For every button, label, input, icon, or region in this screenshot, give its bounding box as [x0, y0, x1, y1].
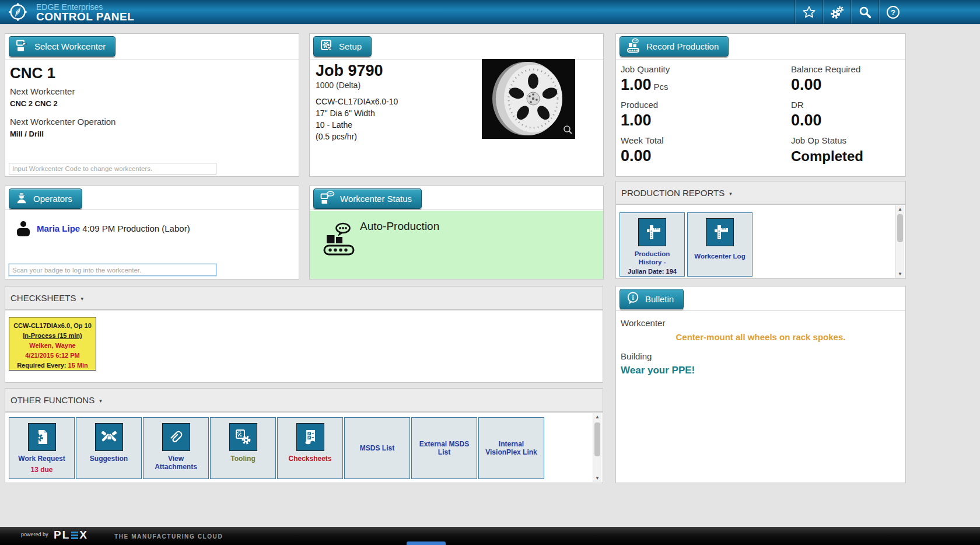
tile-workcenter-log-label: Workcenter Log	[691, 252, 748, 260]
setup-panel-header: Setup	[310, 34, 603, 60]
plex-logo-pl: PL	[54, 529, 70, 541]
select-workcenter-panel: Select Workcenter CNC 1 Next Workcenter …	[5, 33, 299, 177]
chevron-down-icon: ▾	[81, 296, 84, 302]
select-workcenter-panel-header: Select Workcenter	[5, 34, 299, 60]
tile-external-msds-list[interactable]: External MSDS List	[411, 417, 477, 479]
plex-logo: PL X	[54, 529, 88, 541]
bulletin-button-label: Bulletin	[645, 294, 674, 304]
scroll-up-arrow-icon[interactable]: ▲	[896, 205, 904, 213]
tile-production-history-label: Production History -	[620, 250, 684, 266]
operator-hardhat-icon	[15, 191, 28, 206]
status-text: Auto-Production	[360, 220, 439, 233]
workcenter-code-input[interactable]	[9, 163, 216, 174]
next-workcenter-label: Next Workcenter	[10, 86, 75, 96]
app-header: EDGE Enterprises CONTROL PANEL ?	[0, 0, 980, 25]
other-functions-scrollbar[interactable]: ▲ ▼	[593, 413, 601, 482]
tile-checksheets[interactable]: Checksheets	[277, 417, 343, 479]
work-request-icon	[28, 423, 56, 451]
record-production-panel-header: Record Production	[616, 34, 905, 60]
workcenter-status-button[interactable]: Workcenter Status	[313, 188, 422, 209]
week-total-value: 0.00	[621, 147, 652, 165]
operator-details: 4:09 PM Production (Labor)	[82, 223, 190, 233]
plex-logo-e-bars	[71, 532, 78, 539]
operator-avatar-icon	[15, 220, 32, 240]
scrollbar-thumb[interactable]	[897, 214, 903, 242]
plex-logo-x: X	[79, 529, 88, 541]
select-workcenter-button[interactable]: Select Workcenter	[9, 36, 116, 57]
bulletin-button[interactable]: i Bulletin	[620, 289, 684, 309]
scroll-down-arrow-icon[interactable]: ▼	[593, 474, 601, 482]
operators-panel-header: Operators	[5, 186, 299, 210]
next-operation-value: Mill / Drill	[10, 130, 44, 138]
operator-name-link[interactable]: Maria Lipe	[37, 223, 80, 233]
tile-view-attachments[interactable]: View Attachments	[143, 417, 209, 479]
other-functions-header[interactable]: OTHER FUNCTIONS▾	[5, 388, 603, 412]
bulletin-workcenter-message: Center-mount all wheels on rack spokes.	[616, 332, 905, 342]
tile-work-request[interactable]: Work Request 13 due	[9, 417, 75, 479]
scroll-up-arrow-icon[interactable]: ▲	[593, 413, 601, 421]
chevron-down-icon: ▾	[99, 398, 102, 404]
tooling-gears-icon	[229, 423, 257, 451]
operators-button[interactable]: Operators	[9, 188, 82, 209]
job-quantity-unit: Pcs	[654, 82, 668, 92]
workcenter-status-panel-header: Workcenter Status	[310, 186, 603, 210]
report-ruler-icon	[638, 218, 666, 246]
job-title: Job 9790	[316, 62, 383, 80]
checksheet-person: Welken, Wayne	[9, 341, 96, 351]
search-icon[interactable]	[850, 0, 878, 24]
tile-internal-visionplex-link[interactable]: Internal VisionPlex Link	[478, 417, 544, 479]
setup-button[interactable]: Setup	[313, 36, 372, 57]
production-reports-scrollbar[interactable]: ▲ ▼	[895, 205, 904, 278]
paperclip-icon	[162, 423, 190, 451]
bulletin-panel-header: i Bulletin	[616, 287, 905, 311]
tile-suggestion[interactable]: Suggestion	[76, 417, 142, 479]
checksheet-frequency-label: Required Every:	[17, 362, 66, 369]
powered-by-text: powered by	[21, 532, 48, 537]
production-rate: (0.5 pcs/hr)	[316, 132, 357, 141]
setup-button-label: Setup	[339, 41, 362, 51]
scrollbar-thumb[interactable]	[594, 422, 600, 456]
checksheet-part: CCW-CL17DIAx6.0, Op 10	[9, 321, 96, 331]
other-functions-content: Work Request 13 due Suggestion	[5, 412, 603, 483]
page-title: CONTROL PANEL	[36, 11, 134, 23]
record-production-panel: Record Production Job Quantity 1.00Pcs B…	[615, 33, 906, 177]
setup-gear-icon	[320, 39, 334, 54]
auto-production-conveyor-icon	[323, 221, 356, 258]
settings-gears-icon[interactable]	[822, 0, 850, 24]
part-dimensions: 17" Dia 6" Width	[316, 109, 375, 118]
checksheets-header-label: CHECKSHEETS	[10, 293, 76, 303]
checksheets-content: CCW-CL17DIAx6.0, Op 10 In-Process (15 mi…	[5, 310, 603, 383]
tile-msds-list-label: MSDS List	[357, 444, 397, 452]
checksheet-card[interactable]: CCW-CL17DIAx6.0, Op 10 In-Process (15 mi…	[9, 317, 96, 371]
checklist-icon	[296, 423, 324, 451]
dr-label: DR	[791, 100, 804, 110]
record-production-button[interactable]: Record Production	[620, 36, 729, 57]
bulletin-building-message: Wear your PPE!	[621, 365, 695, 376]
bulletin-panel: i Bulletin Workcenter Center-mount all w…	[615, 286, 906, 483]
setup-panel: Setup Job 9790 1000 (Delta) CCW-CL17DIAx…	[309, 33, 604, 177]
production-reports-header[interactable]: PRODUCTION REPORTS▾	[615, 181, 906, 204]
part-image-wheel[interactable]	[482, 59, 575, 141]
tile-workcenter-log[interactable]: Workcenter Log	[687, 212, 752, 277]
produced-value: 1.00	[621, 111, 652, 130]
tile-production-history[interactable]: Production History - Julian Date: 194	[620, 212, 685, 277]
compass-logo-icon	[9, 3, 27, 23]
favorites-star-icon[interactable]	[794, 0, 822, 24]
produced-label: Produced	[621, 100, 658, 110]
plex-tagline: THE MANUFACTURING CLOUD	[114, 533, 223, 540]
tile-view-attachments-label: View Attachments	[144, 455, 208, 471]
checksheets-header[interactable]: CHECKSHEETS▾	[5, 286, 603, 310]
tile-msds-list[interactable]: MSDS List	[344, 417, 410, 479]
tile-work-request-due: 13 due	[30, 466, 52, 474]
week-total-label: Week Total	[621, 135, 664, 145]
record-production-button-label: Record Production	[646, 41, 719, 51]
other-functions-header-label: OTHER FUNCTIONS	[10, 395, 94, 405]
workcenter-machine-icon	[15, 39, 29, 54]
badge-scan-input[interactable]	[9, 264, 216, 276]
tile-tooling[interactable]: Tooling	[210, 417, 276, 479]
workcenter-status-panel: Workcenter Status Auto-Production	[309, 186, 604, 280]
help-icon[interactable]: ?	[878, 0, 907, 24]
scroll-down-arrow-icon[interactable]: ▼	[896, 270, 904, 278]
tile-tooling-label: Tooling	[228, 455, 258, 463]
workcenter-status-button-label: Workcenter Status	[340, 194, 412, 204]
